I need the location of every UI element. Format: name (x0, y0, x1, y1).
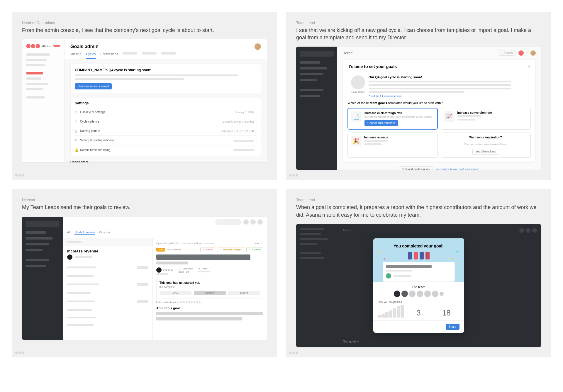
tab-personal[interactable]: Personal (99, 231, 110, 235)
nav-item[interactable] (26, 77, 41, 80)
sidebar-dim (296, 224, 339, 347)
main-content: Goals admin Mission Cycles Permissions C… (65, 39, 267, 162)
nav-item-active[interactable] (26, 72, 43, 74)
help-icon[interactable]: ? (526, 51, 528, 55)
nav-item[interactable] (26, 59, 47, 61)
modal-title: You completed your goal! (378, 244, 459, 248)
close-icon[interactable]: ✕ (527, 64, 531, 69)
choose-template-button[interactable]: Choose this template (364, 120, 398, 126)
setting-cadence[interactable]: ↻Cycle cadence Quarterly (every 3 months… (75, 117, 257, 126)
user-avatar[interactable] (255, 43, 261, 50)
sparkle-icon: ✦ (377, 250, 381, 255)
template-more[interactable]: Want more inspiration? Find more options… (441, 133, 531, 158)
tab-all[interactable]: All (67, 231, 70, 235)
search-placeholder[interactable] (215, 219, 242, 225)
nav-item[interactable] (26, 243, 49, 245)
nav-item[interactable] (300, 95, 320, 97)
nav-item[interactable] (26, 231, 46, 234)
goal-list-item[interactable] (63, 263, 152, 272)
tab-review[interactable]: Goals to review (74, 231, 95, 235)
card-title: It's time to set your goals (347, 64, 397, 69)
nav-item[interactable] (26, 64, 45, 66)
nav-item[interactable] (26, 53, 50, 56)
goal-list-item[interactable] (63, 280, 152, 289)
goal-detail-pane: Open the goal in focus mode to edit and … (153, 238, 267, 340)
goal-list-item[interactable] (63, 314, 152, 321)
goals-list: Increase revenue (63, 238, 153, 340)
top-icon[interactable] (257, 219, 263, 225)
goal-list-item[interactable] (63, 297, 152, 306)
nav-item[interactable] (26, 96, 45, 99)
nav-item[interactable] (300, 67, 327, 69)
progress-slider[interactable]: INITIAL CURRENT TARGET (160, 291, 260, 295)
tab-permissions[interactable]: Permissions (100, 52, 118, 59)
tab-placeholder[interactable] (123, 52, 137, 55)
team-avatars (373, 291, 464, 297)
list-section-header (63, 238, 152, 246)
goal-list-item[interactable] (63, 289, 152, 297)
top-icon[interactable] (243, 219, 249, 225)
request-changes-button[interactable]: ↻ Request changes (218, 247, 244, 252)
tab-cycles[interactable]: Cycles (86, 52, 96, 59)
send-announcement-button[interactable]: Send an announcement (75, 83, 112, 89)
goal-cycle: ⊙ Goal cycle 2020 • Q4 (179, 267, 193, 275)
import-goals-button[interactable]: ↻ Import existing goals (399, 166, 433, 170)
nav-item[interactable] (300, 79, 317, 81)
owned-by: Owned by (156, 267, 173, 275)
goal-list-item[interactable] (63, 272, 152, 280)
tab-placeholder[interactable] (161, 52, 176, 55)
top-icon[interactable] (250, 219, 256, 225)
nav-item[interactable] (26, 259, 49, 261)
comments-count[interactable]: 0 comments (167, 248, 182, 251)
setting-reminder[interactable]: 🔔Default reminder timing › (75, 145, 257, 155)
goal-title[interactable]: Increase revenue (63, 246, 152, 254)
nav-item[interactable] (26, 83, 48, 85)
nav-item[interactable] (300, 61, 320, 64)
sparkle-icon: ✦ (455, 250, 459, 254)
chevron-right-icon: › (256, 120, 257, 123)
read-announcement-link[interactable]: Read the full announcement (369, 95, 527, 98)
asana-watermark-icon (289, 352, 298, 354)
setting-windows[interactable]: ⧗Setting & grading windows › (75, 136, 257, 145)
celebration-illustration (378, 252, 459, 259)
usage-header: Usage stats (70, 160, 261, 162)
stat-number-1: 3 (406, 308, 432, 318)
approve-button[interactable]: ✓ Approve (246, 247, 263, 252)
template-revenue[interactable]: 🎉 Increase revenue (347, 133, 438, 158)
tab-mission[interactable]: Mission (70, 52, 81, 59)
goal-list-item[interactable] (63, 306, 152, 314)
card-title: COMPANY_NAME's Q4 cycle is starting soon… (75, 68, 257, 72)
template-click-through[interactable]: 📄 Increase click-through rate Increase t… (347, 108, 438, 129)
milestones-link[interactable]: Linked to 8 milestones (156, 301, 263, 303)
role-label: Director (22, 198, 267, 202)
progress-card: This goal has not started yet. 0% comple… (156, 278, 263, 298)
nav-item[interactable] (26, 265, 46, 267)
nav-item[interactable] (300, 73, 323, 75)
nav-item[interactable] (300, 89, 323, 91)
reject-button[interactable]: ✕ Reject (200, 247, 215, 252)
see-all-templates-button[interactable]: See all templates (472, 149, 499, 155)
nav-item[interactable] (26, 88, 43, 90)
search-input[interactable]: ⌕Search (498, 50, 516, 56)
collapse-icon[interactable]: ⇤⇥ (255, 242, 259, 245)
template-question: Which of these team goal ▾ templates wou… (347, 101, 531, 105)
panel-director: Director My Team Leads send me their goa… (12, 189, 277, 357)
chevron-right-icon: › (256, 139, 257, 142)
setting-fiscal-year[interactable]: ▢Fiscal year settings January 1, 2020› (75, 108, 257, 117)
setting-naming[interactable]: A̲Naming pattern Acronyms (Q1, Q2, Q3, Q… (75, 126, 257, 136)
panel-team-lead-complete: Team Lead When a goal is completed, it p… (286, 189, 551, 357)
add-button[interactable]: + (518, 50, 524, 56)
sparkle-icon: ✦ (450, 256, 454, 261)
user-avatar[interactable] (530, 50, 536, 56)
share-button[interactable]: Share (446, 324, 459, 330)
nav-item[interactable] (26, 249, 43, 251)
goal-list-item[interactable] (63, 321, 152, 329)
panel-description: From the admin console, I see that the c… (22, 27, 267, 34)
template-conversion[interactable]: 📈 Increase conversion rate (441, 108, 531, 129)
nav-item[interactable] (26, 237, 53, 240)
tab-placeholder[interactable] (142, 52, 157, 55)
mockup-admin: ⬤⬤⬤ asana Goals admin Mission (22, 39, 267, 162)
expand-icon[interactable]: ⤢ (261, 242, 263, 245)
create-from-scratch-link[interactable]: or create your own goal from scratch (436, 168, 479, 170)
goal-type-selector[interactable]: team goal ▾ (370, 101, 387, 105)
